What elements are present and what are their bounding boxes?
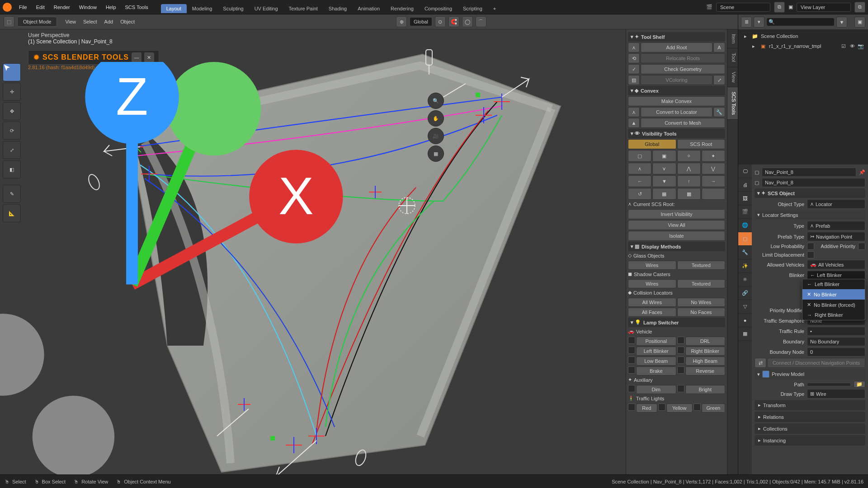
- tab-sculpting[interactable]: Sculpting: [217, 4, 249, 13]
- traffic-rule-dd[interactable]: •: [807, 327, 865, 336]
- tab-shading[interactable]: Shading: [323, 4, 352, 13]
- axis-gizmo[interactable]: X Z: [0, 62, 445, 474]
- tab-scripting[interactable]: Scripting: [458, 4, 488, 13]
- ptab-render[interactable]: 🖵: [738, 164, 752, 178]
- blinker-opt-none[interactable]: ✕No Blinker: [802, 289, 865, 300]
- vis-ic-13[interactable]: ↺: [628, 188, 651, 200]
- blinker-opt-none-forced[interactable]: ✕No Blinker (forced): [802, 300, 865, 310]
- add-root-btn[interactable]: Add Root: [641, 42, 712, 52]
- chk-reverse[interactable]: [677, 366, 684, 374]
- glass-wires[interactable]: Wires: [628, 261, 676, 270]
- ptab-scene[interactable]: 🎬: [738, 205, 752, 219]
- blinker-dd[interactable]: ←Left Blinker: [807, 271, 865, 280]
- vis-ic-10[interactable]: ▼: [652, 175, 676, 187]
- chk-highbeam[interactable]: [677, 357, 684, 364]
- tab-modeling[interactable]: Modeling: [187, 4, 218, 13]
- invert-vis-btn[interactable]: Invert Visibility: [628, 209, 725, 219]
- vis-ic-2[interactable]: ▣: [652, 150, 676, 162]
- outliner-display-icon[interactable]: ▾: [754, 17, 764, 28]
- tab-uv[interactable]: UV Editing: [249, 4, 283, 13]
- chk-drl[interactable]: [677, 337, 684, 344]
- prefab-type-dd[interactable]: ↣Navigation Point: [807, 232, 865, 241]
- relocate-roots-btn[interactable]: Relocate Roots: [641, 53, 725, 63]
- chk-green[interactable]: [693, 404, 701, 411]
- hdr-select[interactable]: Select: [80, 19, 101, 24]
- ptab-texture[interactable]: ▦: [738, 327, 752, 341]
- add-root-opt[interactable]: A: [713, 42, 725, 52]
- scene-name-field[interactable]: Scene: [716, 3, 770, 12]
- coll-allfaces[interactable]: All Faces: [628, 308, 676, 317]
- ptab-physics[interactable]: ⚛: [738, 273, 752, 286]
- ptab-data[interactable]: ▽: [738, 300, 752, 314]
- ptab-material[interactable]: ●: [738, 314, 752, 327]
- camera-icon[interactable]: 🎥: [428, 128, 444, 144]
- chk-positional[interactable]: [628, 337, 635, 344]
- tab-add[interactable]: +: [488, 4, 501, 13]
- outliner-scene-collection[interactable]: ▸ 📁 Scene Collection: [740, 31, 866, 41]
- chk-bright[interactable]: [677, 385, 684, 392]
- view-layer-field[interactable]: View Layer: [797, 3, 851, 12]
- vis-ic-4[interactable]: ✦: [702, 150, 725, 162]
- sec-collections[interactable]: ▸ Collections: [755, 423, 865, 434]
- zoom-icon[interactable]: 🔍: [428, 93, 444, 109]
- conv-locator-btn[interactable]: Convert to Locator: [641, 107, 712, 117]
- exclude-icon[interactable]: ☑: [840, 42, 847, 50]
- pivot-icon[interactable]: ⊙: [435, 16, 446, 27]
- add-prio-chk[interactable]: [858, 243, 865, 250]
- glass-tex[interactable]: Textured: [677, 261, 726, 270]
- chk-lowbeam[interactable]: [628, 357, 635, 364]
- blinker-opt-left[interactable]: ←Left Blinker: [802, 279, 865, 289]
- boundary-node-field[interactable]: 0: [807, 347, 865, 357]
- outliner-filter-icon[interactable]: ▼: [836, 17, 847, 28]
- sec-preview-model[interactable]: ▾ Preview Model: [755, 369, 865, 380]
- tab-layout[interactable]: Layout: [161, 4, 187, 13]
- ntab-item[interactable]: Item: [727, 29, 738, 48]
- boundary-dd[interactable]: No Boundary: [807, 337, 865, 346]
- chk-rblink[interactable]: [677, 347, 684, 354]
- chk-yellow[interactable]: [658, 404, 665, 411]
- pin-icon[interactable]: 📌: [859, 169, 865, 175]
- vis-ic-15[interactable]: ▩: [677, 188, 701, 200]
- ptab-viewlayer[interactable]: 🖼: [738, 192, 752, 205]
- object-type-dd[interactable]: ⋏Locator: [807, 199, 865, 209]
- sec-scs-object[interactable]: ▾ ✦ SCS Object: [755, 188, 865, 198]
- scs-close-btn[interactable]: ✕: [144, 52, 154, 62]
- isolate-btn[interactable]: Isolate: [628, 231, 725, 241]
- mode-select[interactable]: Object Mode: [17, 17, 57, 27]
- outliner-search[interactable]: 🔍: [766, 18, 835, 26]
- layer-new-btn[interactable]: ⧉: [854, 2, 865, 13]
- sec-locator-settings[interactable]: ▾ Locator Settings: [755, 210, 865, 220]
- vis-ic-5[interactable]: ⋏: [628, 163, 651, 174]
- ptab-output[interactable]: 🖨: [738, 178, 752, 192]
- tab-texture[interactable]: Texture Paint: [283, 4, 323, 13]
- hdr-add[interactable]: Add: [101, 19, 117, 24]
- vcoloring-opt[interactable]: ⤢: [713, 75, 725, 85]
- limit-disp-chk[interactable]: [807, 251, 814, 258]
- scene-new-btn[interactable]: ⧉: [774, 2, 785, 13]
- chk-lblink[interactable]: [628, 347, 635, 354]
- vcoloring-btn[interactable]: VColoring: [641, 75, 712, 85]
- sec-relations[interactable]: ▸ Relations: [755, 412, 865, 422]
- ptab-modifiers[interactable]: 🔧: [738, 246, 752, 259]
- vis-ic-9[interactable]: ←: [628, 175, 651, 187]
- sec-vis-tools[interactable]: ▾ 👁 Visibility Tools: [628, 129, 725, 138]
- coll-allwires[interactable]: All Wires: [628, 298, 676, 307]
- ptab-particles[interactable]: ✨: [738, 259, 752, 273]
- vis-ic-16[interactable]: [702, 188, 725, 200]
- menu-render[interactable]: Render: [49, 0, 75, 14]
- vis-ic-3[interactable]: ✧: [677, 150, 701, 162]
- chk-brake[interactable]: [628, 366, 635, 374]
- 3d-viewport[interactable]: User Perspective (1) Scene Collection | …: [0, 29, 626, 474]
- editor-type-icon[interactable]: ⬚: [4, 16, 14, 27]
- active-object-field[interactable]: Nav_Point_8: [762, 168, 856, 177]
- persp-ortho-icon[interactable]: ▦: [428, 145, 444, 162]
- vis-ic-1[interactable]: ▢: [628, 150, 651, 162]
- object-name-field[interactable]: Nav_Point_8: [762, 178, 865, 187]
- blinker-opt-right[interactable]: →Right Blinker: [802, 310, 865, 320]
- vis-global-btn[interactable]: Global: [628, 139, 676, 149]
- sec-tool-shelf[interactable]: ▾ ✦ Tool Shelf: [628, 32, 725, 42]
- ntab-scs[interactable]: SCS Tools: [727, 87, 738, 120]
- sec-transform[interactable]: ▸ Transform: [755, 400, 865, 410]
- menu-scs-tools[interactable]: SCS Tools: [121, 0, 153, 14]
- view-all-btn[interactable]: View All: [628, 220, 725, 230]
